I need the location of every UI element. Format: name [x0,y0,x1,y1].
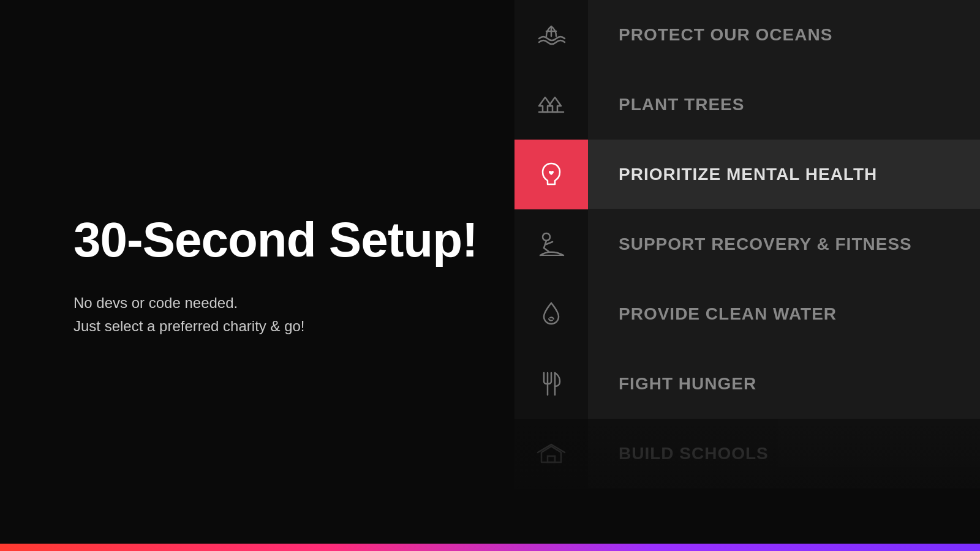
sub-line1: No devs or code needed. [74,294,238,311]
charity-item-recovery-fitness[interactable]: SUPPORT RECOVERY & FITNESS [514,209,980,279]
label-cell-schools: BUILD SCHOOLS [588,419,980,488]
sub-line2: Just select a preferred charity & go! [74,318,305,334]
icon-cell-hunger [514,349,588,419]
charity-label-fitness: SUPPORT RECOVERY & FITNESS [619,234,912,254]
fitness-icon [535,228,567,260]
charity-item-build-schools[interactable]: BUILD SCHOOLS [514,419,980,489]
svg-line-6 [546,242,552,244]
charity-label-trees: PLANT TREES [619,95,744,114]
charity-label-oceans: PROTECT OUR OCEANS [619,25,832,45]
icon-cell-water [514,279,588,349]
icon-cell-schools [514,419,588,489]
label-cell-fitness: SUPPORT RECOVERY & FITNESS [588,209,980,279]
label-cell-mental-health: PRIORITIZE MENTAL HEALTH [588,140,980,209]
label-cell-oceans: PROTECT OUR OCEANS [588,0,980,69]
charity-label-schools: BUILD SCHOOLS [619,444,769,463]
icon-cell-mental-health [514,140,588,209]
charity-label-water: PROVIDE CLEAN WATER [619,304,837,324]
bottom-gradient-bar [0,544,980,551]
label-cell-water: PROVIDE CLEAN WATER [588,279,980,348]
charity-label-hunger: FIGHT HUNGER [619,374,756,394]
charity-item-plant-trees[interactable]: PLANT TREES [514,70,980,140]
label-cell-hunger: FIGHT HUNGER [588,349,980,418]
svg-rect-10 [548,456,555,462]
charity-label-mental-health: PRIORITIZE MENTAL HEALTH [619,165,877,184]
charity-item-fight-hunger[interactable]: FIGHT HUNGER [514,349,980,419]
right-panel: PROTECT OUR OCEANS PLANT TREES [514,0,980,551]
schools-icon [535,438,567,470]
mental-health-icon [535,159,567,190]
svg-point-3 [543,233,550,241]
charity-item-protect-oceans[interactable]: PROTECT OUR OCEANS [514,0,980,70]
left-content: 30-Second Setup! No devs or code needed.… [74,213,478,339]
trees-icon [535,89,567,121]
sub-text: No devs or code needed. Just select a pr… [74,291,478,339]
charity-item-clean-water[interactable]: PROVIDE CLEAN WATER [514,279,980,349]
icon-cell-fitness [514,209,588,279]
charity-item-mental-health[interactable]: PRIORITIZE MENTAL HEALTH [514,140,980,209]
main-heading: 30-Second Setup! [74,213,478,267]
hunger-icon [535,368,567,400]
water-icon [535,298,567,330]
oceans-icon [535,19,567,51]
icon-cell-trees [514,70,588,140]
icon-cell-oceans [514,0,588,70]
label-cell-trees: PLANT TREES [588,70,980,139]
svg-line-5 [544,248,549,252]
